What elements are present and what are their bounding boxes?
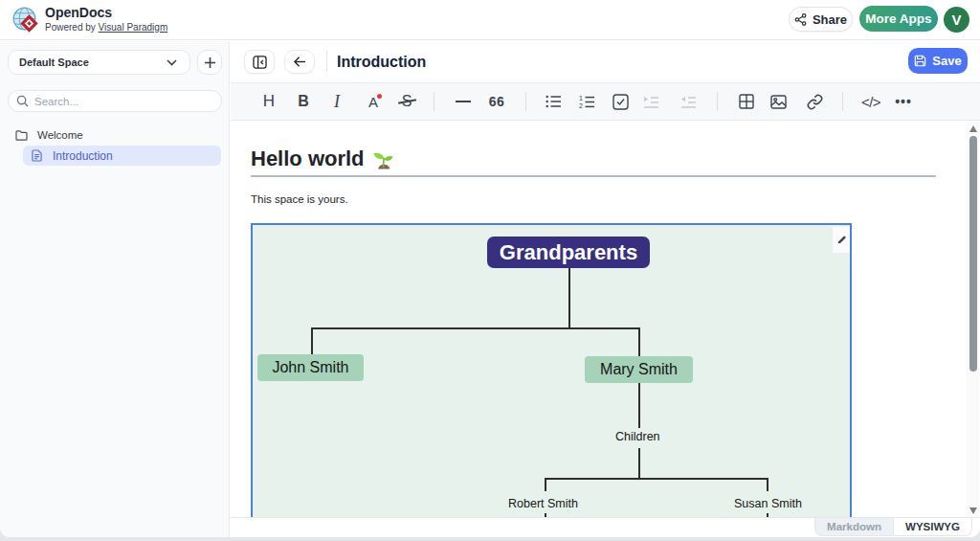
svg-text:2: 2 — [579, 102, 583, 109]
svg-text:1: 1 — [579, 95, 583, 101]
